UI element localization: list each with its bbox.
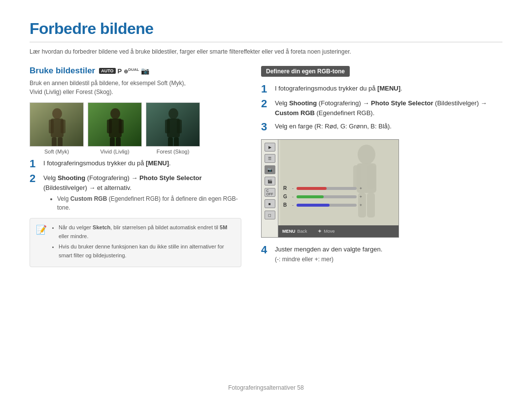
slider-label-g: G	[283, 194, 289, 199]
left-step-2-num: 2	[30, 173, 39, 184]
left-step-2-sub-item: Velg Custom RGB (Egendefinert RGB) for å…	[57, 194, 241, 212]
slider-fill-g	[297, 195, 324, 198]
photo-vivid-svg	[88, 103, 142, 147]
badge-p: P	[118, 67, 122, 75]
svg-point-23	[358, 145, 375, 164]
page-divider	[30, 42, 502, 42]
photo-soft-svg	[30, 103, 84, 147]
slider-label-r: R	[283, 185, 289, 191]
cam-icon-4: 🎬	[265, 177, 275, 185]
cam-icon-5: COFF	[265, 188, 275, 197]
page-footer: Fotograferingsalternativer 58	[0, 384, 532, 391]
svg-rect-12	[119, 120, 124, 133]
svg-rect-13	[110, 137, 115, 147]
right-step-4-sub: (-: mindre eller +: mer)	[275, 256, 333, 263]
right-step-2: 2 Velg Shooting (Fotografering) → Photo …	[261, 98, 502, 118]
photo-item-soft: Soft (Myk)	[30, 102, 84, 154]
page-intro: Lær hvordan du forbedrer bildene ved å b…	[30, 47, 502, 56]
slider-minus-g: -	[292, 194, 294, 199]
right-step-4: 4 Juster mengden av den valgte fargen. (…	[261, 245, 502, 264]
section-title-text: Bruke bildestiler	[30, 66, 95, 76]
note-item-1: Når du velger Sketch, blir størrelsen på…	[59, 223, 235, 241]
svg-rect-18	[165, 120, 170, 133]
camera-ui-bottom: MENU Back ✦ Move	[278, 225, 399, 237]
svg-rect-5	[61, 120, 66, 133]
svg-rect-26	[367, 165, 375, 189]
right-step-4-num: 4	[261, 245, 271, 255]
cam-icon-3: 📷	[265, 165, 275, 174]
right-step-2-num: 2	[261, 98, 271, 109]
photo-soft	[30, 103, 83, 146]
svg-rect-7	[58, 137, 63, 147]
slider-track-r	[297, 187, 357, 190]
camera-icon: 📷	[141, 67, 149, 75]
slider-row-b: B - +	[283, 202, 362, 208]
right-steps: 1 I fotograferingsmodus trykker du på [M…	[261, 84, 502, 132]
cam-icon-1: ▶	[265, 143, 275, 152]
photo-label-forest: Forest (Skog)	[157, 149, 190, 154]
icon-dual: ⊕DUAL	[124, 67, 139, 75]
slider-row-g: G - +	[283, 194, 362, 199]
svg-rect-6	[52, 137, 57, 147]
camera-ui-sidebar: ▶ ☰ 📷 🎬 COFF ■ ◻	[262, 140, 278, 237]
left-step-1-num: 1	[30, 158, 39, 169]
svg-rect-21	[174, 137, 179, 147]
slider-fill-r	[297, 187, 327, 190]
badge-auto: AUTO	[99, 68, 115, 74]
svg-rect-11	[107, 120, 112, 133]
left-step-2: 2 Velg Shooting (Fotografering) → Photo …	[30, 173, 241, 212]
cam-icon-7: ◻	[265, 211, 275, 219]
slider-minus-r: -	[292, 186, 294, 191]
slider-row-r: R - +	[283, 185, 362, 191]
camera-bottom-move: ✦ Move	[317, 228, 335, 235]
photo-vivid	[88, 103, 141, 146]
svg-point-9	[110, 108, 120, 119]
right-step-3: 3 Velg en farge (R: Rød, G: Grønn, B: Bl…	[261, 122, 502, 132]
photo-label-soft: Soft (Myk)	[44, 149, 69, 154]
page-title: Forbedre bildene	[30, 20, 502, 38]
svg-rect-20	[168, 137, 173, 147]
svg-rect-4	[49, 120, 54, 133]
photo-box-forest	[146, 102, 200, 147]
cam-icon-2: ☰	[265, 154, 275, 163]
photo-label-vivid: Vivid (Livlig)	[100, 149, 129, 154]
photo-item-vivid: Vivid (Livlig)	[88, 102, 142, 154]
note-item-2: Hvis du bruker denne funksjonen kan du i…	[59, 243, 235, 260]
section-icons: AUTO P ⊕DUAL 📷	[99, 67, 149, 75]
svg-rect-22	[280, 140, 399, 225]
svg-rect-19	[177, 120, 182, 133]
photo-forest-svg	[146, 103, 200, 147]
slider-track-g	[297, 195, 357, 198]
slider-track-b	[297, 204, 357, 207]
slider-plus-r: +	[360, 186, 362, 191]
slider-plus-g: +	[360, 194, 362, 199]
right-step-1: 1 I fotograferingsmodus trykker du på [M…	[261, 84, 502, 94]
left-column: Bruke bildestiler AUTO P ⊕DUAL 📷 Bruk en…	[30, 66, 241, 268]
footer-text: Fotograferingsalternativer 58	[228, 384, 303, 391]
rgb-sliders: R - + G -	[283, 185, 362, 211]
right-step-1-num: 1	[261, 84, 271, 94]
slider-label-b: B	[283, 202, 289, 208]
slider-minus-b: -	[292, 203, 294, 208]
left-step-1-text: I fotograferingsmodus trykker du på [MEN…	[43, 158, 241, 168]
svg-point-2	[52, 108, 62, 119]
photo-box-soft	[30, 102, 84, 147]
photo-box-vivid	[88, 102, 142, 147]
svg-point-16	[168, 108, 178, 119]
left-step-2-text: Velg Shooting (Fotografering) → Photo St…	[43, 173, 241, 212]
slider-fill-b	[297, 204, 330, 207]
camera-bottom-menu: MENU Back	[282, 229, 307, 234]
right-step-1-text: I fotograferingsmodus trykker du på [MEN…	[275, 84, 502, 93]
right-column: Definere din egen RGB-tone 1 I fotografe…	[261, 66, 502, 268]
note-box: 📝 Når du velger Sketch, blir størrelsen …	[30, 218, 241, 267]
two-column-layout: Bruke bildestiler AUTO P ⊕DUAL 📷 Bruk en…	[30, 66, 502, 268]
camera-ui-box: ▶ ☰ 📷 🎬 COFF ■ ◻	[261, 139, 399, 238]
svg-rect-14	[116, 137, 121, 147]
right-step-4-text: Juster mengden av den valgte fargen. (-:…	[275, 245, 502, 264]
right-step-2-text: Velg Shooting (Fotografering) → Photo St…	[275, 98, 502, 118]
camera-silhouette-svg	[280, 140, 399, 225]
camera-ui-main: R - + G -	[278, 140, 399, 225]
rgb-header: Definere din egen RGB-tone	[261, 66, 350, 77]
page-container: Forbedre bildene Lær hvordan du forbedre…	[0, 0, 532, 401]
note-content: Når du velger Sketch, blir størrelsen på…	[52, 223, 235, 262]
